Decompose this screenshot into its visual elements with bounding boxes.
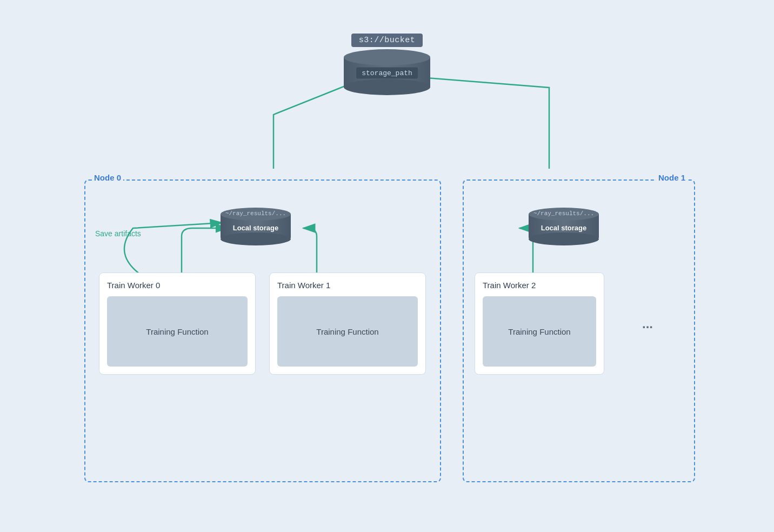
worker2: Train Worker 2 Training Function (475, 272, 604, 375)
node0-label: Node 0 (92, 173, 123, 182)
worker2-box: Train Worker 2 Training Function (475, 272, 604, 375)
worker1-training-fn: Training Function (277, 296, 418, 367)
node1-local-storage: ~/ray_results/... Local storage (529, 208, 599, 245)
ellipsis-container: ... (620, 272, 675, 375)
cylinder-top (344, 49, 430, 65)
node1-box: Node 1 ~/ray_results/... Local storage T… (463, 179, 695, 482)
cyl-inner-label: Local storage (233, 224, 279, 232)
worker0: Train Worker 0 Training Function (99, 272, 256, 375)
worker2-title: Train Worker 2 (483, 281, 536, 290)
cyl-inner-label-n1: Local storage (541, 224, 587, 232)
s3-bucket-label: s3://bucket (351, 34, 423, 47)
worker0-training-fn: Training Function (107, 296, 248, 367)
worker2-fn-label: Training Function (503, 316, 576, 347)
save-artifacts-label: Save artifacts (95, 229, 141, 238)
s3-cylinder: storage_path (344, 49, 430, 95)
worker0-box: Train Worker 0 Training Function (99, 272, 256, 375)
cyl-bottom-n1 (529, 232, 599, 245)
node0-local-storage: ~/ray_results/... Local storage (221, 208, 291, 245)
ellipsis: ... (620, 272, 675, 375)
worker0-title: Train Worker 0 (107, 281, 160, 290)
local-cylinder-node0: ~/ray_results/... Local storage (221, 208, 291, 245)
s3-bucket: s3://bucket storage_path (333, 34, 441, 95)
worker2-training-fn: Training Function (483, 296, 596, 367)
node0-box: Node 0 Save artifacts ~/ray_results/... … (84, 179, 441, 482)
s3-storage-path: storage_path (356, 68, 418, 79)
local-cylinder-node1: ~/ray_results/... Local storage (529, 208, 599, 245)
cyl-path-label-n1: ~/ray_results/... (533, 210, 594, 217)
cyl-bottom (221, 232, 291, 245)
worker1-box: Train Worker 1 Training Function (269, 272, 426, 375)
node1-label: Node 1 (656, 173, 688, 182)
worker1-title: Train Worker 1 (277, 281, 330, 290)
worker1-fn-label: Training Function (311, 316, 384, 347)
diagram-container: s3://bucket storage_path Node 0 Save art… (63, 23, 711, 509)
cylinder-bottom (344, 79, 430, 95)
cyl-path-label: ~/ray_results/... (225, 210, 286, 217)
worker0-fn-label: Training Function (141, 316, 213, 347)
worker1: Train Worker 1 Training Function (269, 272, 426, 375)
